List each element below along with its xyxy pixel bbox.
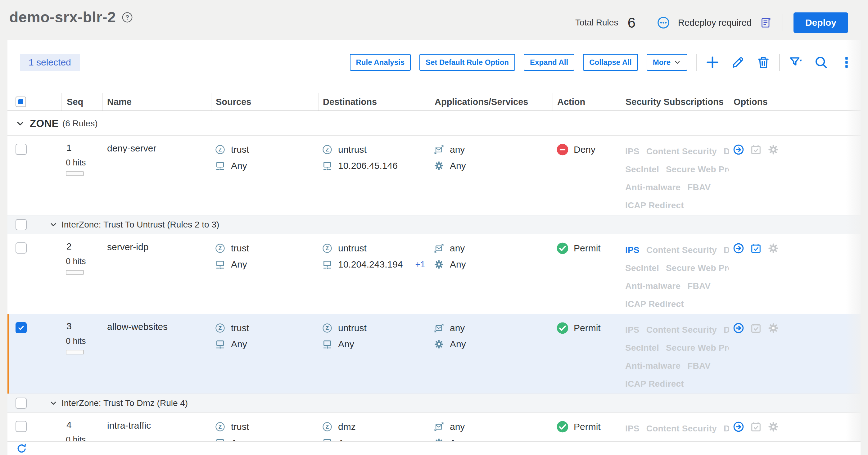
application-icon: [434, 243, 444, 254]
rule-row-deny-server[interactable]: 10 hitsdeny-serverZtrustAnyZuntrust10.20…: [7, 136, 861, 216]
edit-icon[interactable]: [731, 55, 745, 69]
chevron-down-icon[interactable]: [49, 220, 58, 229]
advanced-settings-icon[interactable]: [733, 421, 744, 433]
subscription-anti-malware[interactable]: Anti-malware: [625, 281, 681, 291]
svg-text:Z: Z: [326, 424, 329, 430]
subscription-content-security[interactable]: Content Security: [646, 424, 717, 433]
destination-zone: untrust: [338, 323, 367, 333]
subscription-content-security[interactable]: Content Security: [646, 245, 717, 255]
subscription-decrypt[interactable]: Decrypt: [724, 147, 729, 156]
subscription-icap-redirect[interactable]: ICAP Redirect: [625, 200, 684, 210]
table-body: ZONE(6 Rules)10 hitsdeny-serverZtrustAny…: [7, 112, 861, 455]
rule-row-allow-websites[interactable]: 30 hitsallow-websitesZtrustAnyZuntrustAn…: [7, 314, 861, 394]
header-divider: [783, 14, 783, 31]
chevron-down-icon[interactable]: [15, 118, 26, 129]
dots-circle-icon: [657, 16, 670, 29]
hit-bar: [66, 171, 84, 176]
deny-icon: [556, 143, 569, 156]
service-icon: [434, 259, 444, 270]
help-icon[interactable]: ?: [121, 11, 133, 23]
toolbar-buttons: Rule AnalysisSet Default Rule OptionExpa…: [350, 54, 638, 71]
application: any: [450, 323, 465, 333]
subscription-icap-redirect[interactable]: ICAP Redirect: [625, 379, 684, 389]
group-checkbox[interactable]: [16, 219, 27, 230]
kebab-icon[interactable]: [839, 55, 854, 69]
address-icon: [215, 160, 225, 171]
subscription-anti-malware[interactable]: Anti-malware: [625, 183, 681, 192]
address-icon: [322, 339, 333, 350]
select-all-checkbox[interactable]: [16, 97, 26, 107]
subscription-decrypt[interactable]: Decrypt: [724, 245, 729, 255]
toolbar-divider: [696, 54, 696, 71]
advanced-settings-icon[interactable]: [733, 322, 744, 334]
application-icon: [434, 323, 444, 333]
more-destinations-link[interactable]: +1: [415, 259, 425, 269]
toolbar-button-expand-all[interactable]: Expand All: [524, 54, 574, 71]
schedule-icon[interactable]: [750, 421, 762, 433]
subscription-content-security[interactable]: Content Security: [646, 325, 717, 335]
subscription-fbav[interactable]: FBAV: [687, 183, 711, 192]
schedule-icon[interactable]: [750, 242, 762, 254]
subscription-secintel[interactable]: SecIntel: [625, 343, 659, 353]
subscription-fbav[interactable]: FBAV: [687, 281, 711, 291]
rule-options-gear-icon[interactable]: [767, 242, 779, 254]
report-icon[interactable]: [760, 17, 772, 29]
destination-address: 10.204.243.194: [338, 259, 403, 270]
address-icon: [322, 160, 333, 171]
more-button[interactable]: More: [647, 54, 687, 71]
group-header-interzone-trust-to-untrust-rules-2-to-3[interactable]: InterZone: Trust To Untrust (Rules 2 to …: [7, 216, 861, 234]
toolbar-button-rule-analysis[interactable]: Rule Analysis: [350, 54, 411, 71]
column-header-security-subscriptions: Security Subscriptions: [625, 97, 724, 107]
subscription-anti-malware[interactable]: Anti-malware: [625, 361, 681, 371]
subscription-decrypt[interactable]: Decrypt: [724, 424, 729, 433]
advanced-settings-icon[interactable]: [733, 242, 744, 254]
subscription-secure-web-proxy[interactable]: Secure Web Proxy: [666, 263, 729, 273]
redeploy-required-label: Redeploy required: [678, 18, 752, 28]
rule-checkbox[interactable]: [16, 144, 27, 155]
rule-options-gear-icon[interactable]: [767, 144, 779, 156]
header-divider: [646, 14, 646, 31]
group-header-zone[interactable]: ZONE(6 Rules): [7, 112, 861, 136]
delete-icon[interactable]: [756, 55, 771, 69]
group-header-interzone-trust-to-dmz-rule-4[interactable]: InterZone: Trust To Dmz (Rule 4): [7, 394, 861, 413]
subscription-ips[interactable]: IPS: [625, 245, 640, 255]
subscription-secure-web-proxy[interactable]: Secure Web Proxy: [666, 164, 729, 174]
group-checkbox[interactable]: [16, 398, 27, 409]
action-label: Permit: [574, 243, 601, 254]
rule-seq: 1: [61, 142, 102, 153]
rule-checkbox[interactable]: [16, 421, 27, 432]
subscription-ips[interactable]: IPS: [625, 424, 640, 433]
subscription-secure-web-proxy[interactable]: Secure Web Proxy: [666, 343, 729, 353]
subscription-secintel[interactable]: SecIntel: [625, 263, 659, 273]
service: Any: [450, 259, 466, 270]
toolbar-icon-group-secondary: [788, 55, 854, 69]
rule-options-gear-icon[interactable]: [767, 421, 779, 433]
subscription-ips[interactable]: IPS: [625, 147, 640, 156]
add-icon[interactable]: [705, 55, 720, 69]
subscription-fbav[interactable]: FBAV: [687, 361, 711, 371]
toolbar-button-set-default-rule-option[interactable]: Set Default Rule Option: [420, 54, 515, 71]
advanced-settings-icon[interactable]: [733, 144, 744, 156]
chevron-down-icon[interactable]: [49, 399, 58, 408]
subscription-ips[interactable]: IPS: [625, 325, 640, 335]
subscription-decrypt[interactable]: Decrypt: [724, 325, 729, 335]
filter-icon[interactable]: [788, 55, 803, 69]
application-icon: [434, 421, 444, 432]
destination-address: Any: [338, 339, 354, 350]
rule-checkbox[interactable]: [16, 242, 27, 254]
rule-checkbox[interactable]: [16, 322, 27, 333]
search-icon[interactable]: [814, 55, 828, 69]
subscription-secintel[interactable]: SecIntel: [625, 164, 659, 174]
rule-name: allow-websites: [102, 322, 211, 332]
schedule-icon[interactable]: [750, 322, 762, 334]
subscription-content-security[interactable]: Content Security: [646, 147, 717, 156]
schedule-icon[interactable]: [750, 144, 762, 156]
deploy-button[interactable]: Deploy: [794, 12, 848, 33]
action-label: Permit: [574, 323, 601, 333]
source-zone: trust: [231, 421, 249, 432]
toolbar-button-collapse-all[interactable]: Collapse All: [583, 54, 638, 71]
refresh-icon[interactable]: [16, 443, 27, 454]
rule-options-gear-icon[interactable]: [767, 322, 779, 334]
subscription-icap-redirect[interactable]: ICAP Redirect: [625, 299, 684, 309]
rule-row-server-idp[interactable]: 20 hitsserver-idpZtrustAnyZuntrust10.204…: [7, 234, 861, 314]
